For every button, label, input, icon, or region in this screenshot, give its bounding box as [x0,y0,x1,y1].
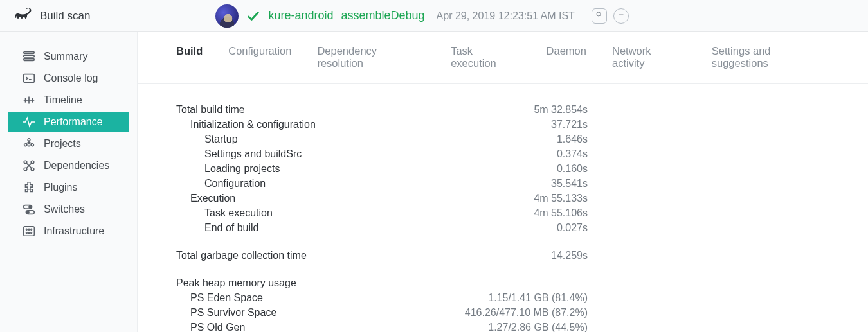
metric-eden-space: PS Eden Space 1.15/1.41 GB (81.4%) [176,290,588,305]
metric-value: 4m 55.133s [534,193,588,204]
sidebar-item-label: Plugins [44,182,77,193]
metric-value: 1.646s [557,134,588,145]
sidebar-item-summary[interactable]: Summary [8,46,129,67]
collapse-button[interactable] [613,8,629,24]
metric-label: PS Old Gen [176,322,245,333]
performance-icon [22,116,36,128]
main: Build Configuration Dependency resolutio… [138,0,868,332]
sidebar-item-label: Summary [44,51,87,62]
metric-task-execution: Task execution 4m 55.106s [176,205,588,220]
metric-label: PS Eden Space [176,292,263,304]
plugins-icon [22,181,36,194]
svg-point-32 [28,229,30,230]
svg-point-15 [28,144,30,146]
tabs: Build Configuration Dependency resolutio… [138,32,868,84]
metric-label: Initialization & configuration [176,119,316,130]
metric-label: Startup [176,134,238,145]
metric-old-gen: PS Old Gen 1.27/2.86 GB (44.5%) [176,320,588,332]
svg-point-23 [31,168,34,171]
performance-metrics: Total build time 5m 32.854s Initializati… [138,84,626,332]
tab-dependency-resolution[interactable]: Dependency resolution [317,45,425,76]
sidebar-item-label: Infrastructure [44,225,104,237]
metric-value: 0.160s [557,163,588,175]
metric-end-of-build: End of build 0.027s [176,220,588,235]
app-title: Build scan [40,10,90,22]
svg-point-27 [29,206,32,209]
sidebar-item-label: Performance [44,116,103,128]
metric-execution: Execution 4m 55.133s [176,191,588,205]
dependencies-icon [22,159,36,172]
task-link[interactable]: assembleDebug [341,9,425,22]
gradle-elephant-icon [12,5,33,26]
svg-point-34 [26,232,27,234]
metric-survivor-space: PS Survivor Space 416.26/477.10 MB (87.2… [176,305,588,320]
sidebar: Summary Console log Timeline Performance… [0,0,138,332]
sidebar-item-label: Timeline [44,94,82,106]
metric-value: 0.027s [557,222,588,234]
svg-line-2 [600,16,602,18]
minus-icon [617,11,625,21]
svg-point-22 [24,168,27,171]
sidebar-item-performance[interactable]: Performance [8,112,129,132]
sidebar-item-dependencies[interactable]: Dependencies [8,155,129,176]
metric-total-build-time: Total build time 5m 32.854s [176,102,588,117]
metric-label: Total garbage collection time [176,250,307,261]
sidebar-item-label: Dependencies [44,160,109,171]
metric-startup: Startup 1.646s [176,132,588,146]
metric-value: 5m 32.854s [534,104,588,116]
tab-daemon[interactable]: Daemon [547,45,586,76]
svg-rect-4 [24,52,35,54]
svg-rect-6 [24,59,35,61]
svg-point-1 [597,12,601,16]
svg-rect-7 [24,74,35,83]
metric-value: 37.721s [551,119,588,130]
project-link[interactable]: kure-android [268,9,333,22]
metric-label: PS Survivor Space [176,307,276,319]
avatar[interactable] [215,4,239,28]
metric-configuration: Configuration 35.541s [176,176,588,191]
svg-rect-5 [24,55,35,57]
metric-init-conf: Initialization & configuration 37.721s [176,117,588,132]
tab-task-execution[interactable]: Task execution [451,45,520,76]
svg-point-35 [28,232,30,234]
svg-point-16 [32,144,34,146]
metric-label: Configuration [176,178,266,189]
summary-icon [22,50,36,63]
metric-loading-projects: Loading projects 0.160s [176,161,588,176]
tab-build[interactable]: Build [176,45,203,76]
tab-configuration[interactable]: Configuration [228,45,291,76]
sidebar-item-label: Console log [44,73,98,84]
sidebar-item-infrastructure[interactable]: Infrastructure [8,221,129,241]
metric-value: 0.374s [557,148,588,160]
metric-gc-time: Total garbage collection time 14.259s [176,248,588,263]
topbar: Build scan kure-android assembleDebug Ap… [0,0,868,32]
sidebar-item-timeline[interactable]: Timeline [8,90,129,110]
inspect-button[interactable] [592,8,607,24]
heap-heading: Peak heap memory usage [176,275,588,290]
svg-point-29 [26,211,29,214]
infrastructure-icon [22,225,36,238]
console-icon [22,72,36,85]
svg-point-33 [31,229,32,230]
projects-icon [22,137,36,150]
metric-settings-buildsrc: Settings and buildSrc 0.374s [176,146,588,161]
check-icon [246,9,260,23]
metric-value: 35.541s [551,178,588,189]
svg-point-36 [31,232,32,234]
tab-network-activity[interactable]: Network activity [612,45,686,76]
sidebar-item-projects[interactable]: Projects [8,134,129,154]
metric-value: 1.27/2.86 GB (44.5%) [488,322,588,333]
svg-point-0 [26,12,27,13]
svg-point-21 [31,161,34,164]
sidebar-item-plugins[interactable]: Plugins [8,177,129,198]
sidebar-item-console[interactable]: Console log [8,68,129,89]
switches-icon [22,203,36,216]
metric-label: End of build [176,222,259,234]
timeline-icon [22,94,36,107]
logo[interactable]: Build scan [12,5,90,26]
metric-label: Loading projects [176,163,280,175]
tab-settings-suggestions[interactable]: Settings and suggestions [712,45,829,76]
svg-point-14 [24,144,27,146]
svg-rect-30 [24,227,35,236]
sidebar-item-switches[interactable]: Switches [8,199,129,220]
